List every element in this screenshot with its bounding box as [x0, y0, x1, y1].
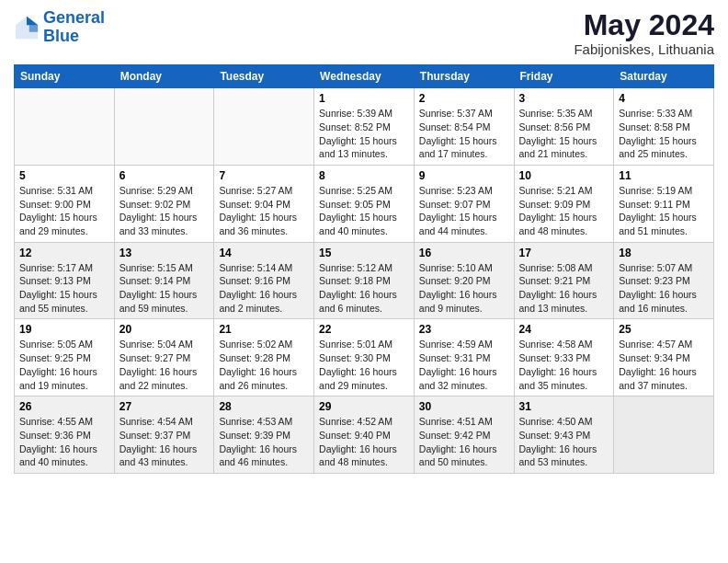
table-row: 28Sunrise: 4:53 AMSunset: 9:39 PMDayligh… — [214, 396, 314, 474]
day-number: 12 — [19, 247, 109, 259]
day-info: Sunrise: 5:14 AMSunset: 9:16 PMDaylight:… — [219, 261, 309, 316]
day-number: 26 — [19, 400, 109, 413]
table-row: 18Sunrise: 5:07 AMSunset: 9:23 PMDayligh… — [614, 242, 714, 319]
calendar-week-row: 1Sunrise: 5:39 AMSunset: 8:52 PMDaylight… — [15, 88, 714, 166]
day-number: 4 — [619, 92, 709, 105]
day-info: Sunrise: 5:07 AMSunset: 9:23 PMDaylight:… — [619, 261, 709, 316]
table-row: 8Sunrise: 5:25 AMSunset: 9:05 PMDaylight… — [314, 165, 415, 242]
table-row: 25Sunrise: 4:57 AMSunset: 9:34 PMDayligh… — [614, 319, 714, 396]
day-number: 22 — [319, 323, 409, 336]
table-row: 30Sunrise: 4:51 AMSunset: 9:42 PMDayligh… — [414, 396, 514, 474]
table-row: 27Sunrise: 4:54 AMSunset: 9:37 PMDayligh… — [114, 396, 214, 474]
table-row: 2Sunrise: 5:37 AMSunset: 8:54 PMDaylight… — [414, 88, 514, 166]
logo-icon — [14, 15, 40, 40]
col-thursday: Thursday — [414, 65, 514, 88]
day-number: 1 — [319, 92, 409, 105]
calendar-week-row: 5Sunrise: 5:31 AMSunset: 9:00 PMDaylight… — [15, 165, 714, 242]
day-info: Sunrise: 4:58 AMSunset: 9:33 PMDaylight:… — [519, 338, 609, 392]
day-number: 19 — [19, 323, 109, 336]
day-info: Sunrise: 5:31 AMSunset: 9:00 PMDaylight:… — [19, 184, 109, 238]
logo: General Blue — [14, 9, 105, 46]
day-info: Sunrise: 5:33 AMSunset: 8:58 PMDaylight:… — [619, 107, 709, 161]
day-info: Sunrise: 5:27 AMSunset: 9:04 PMDaylight:… — [219, 184, 309, 238]
day-info: Sunrise: 5:37 AMSunset: 8:54 PMDaylight:… — [419, 107, 509, 161]
day-info: Sunrise: 5:12 AMSunset: 9:18 PMDaylight:… — [319, 261, 409, 316]
table-row: 31Sunrise: 4:50 AMSunset: 9:43 PMDayligh… — [514, 396, 614, 474]
day-info: Sunrise: 4:57 AMSunset: 9:34 PMDaylight:… — [619, 338, 709, 392]
day-number: 29 — [319, 400, 409, 413]
day-number: 20 — [119, 323, 210, 336]
day-number: 30 — [419, 400, 509, 413]
day-info: Sunrise: 5:02 AMSunset: 9:28 PMDaylight:… — [219, 338, 309, 392]
table-row: 23Sunrise: 4:59 AMSunset: 9:31 PMDayligh… — [414, 319, 514, 396]
day-number: 24 — [519, 323, 609, 336]
logo-line1: General — [43, 8, 105, 27]
table-row: 15Sunrise: 5:12 AMSunset: 9:18 PMDayligh… — [314, 242, 415, 319]
calendar-table: Sunday Monday Tuesday Wednesday Thursday… — [14, 64, 714, 474]
day-info: Sunrise: 5:01 AMSunset: 9:30 PMDaylight:… — [319, 338, 409, 392]
table-row: 12Sunrise: 5:17 AMSunset: 9:13 PMDayligh… — [15, 242, 115, 319]
page-container: General Blue May 2024 Fabijoniskes, Lith… — [0, 0, 728, 483]
day-number: 17 — [519, 247, 609, 259]
logo-line2: Blue — [43, 27, 79, 45]
table-row: 19Sunrise: 5:05 AMSunset: 9:25 PMDayligh… — [15, 319, 115, 396]
header: General Blue May 2024 Fabijoniskes, Lith… — [14, 9, 714, 57]
calendar-week-row: 12Sunrise: 5:17 AMSunset: 9:13 PMDayligh… — [15, 242, 714, 319]
day-number: 31 — [519, 400, 609, 413]
day-info: Sunrise: 5:04 AMSunset: 9:27 PMDaylight:… — [119, 338, 210, 392]
day-number: 15 — [319, 247, 409, 259]
table-row: 26Sunrise: 4:55 AMSunset: 9:36 PMDayligh… — [15, 396, 115, 474]
day-info: Sunrise: 4:53 AMSunset: 9:39 PMDaylight:… — [219, 415, 309, 469]
day-info: Sunrise: 4:52 AMSunset: 9:40 PMDaylight:… — [319, 415, 409, 469]
day-number: 2 — [419, 92, 509, 105]
day-number: 6 — [119, 169, 210, 182]
table-row — [214, 88, 314, 166]
location: Fabijoniskes, Lithuania — [574, 41, 714, 57]
table-row: 17Sunrise: 5:08 AMSunset: 9:21 PMDayligh… — [514, 242, 614, 319]
day-info: Sunrise: 4:54 AMSunset: 9:37 PMDaylight:… — [119, 415, 210, 469]
table-row: 6Sunrise: 5:29 AMSunset: 9:02 PMDaylight… — [114, 165, 214, 242]
table-row: 11Sunrise: 5:19 AMSunset: 9:11 PMDayligh… — [614, 165, 714, 242]
col-friday: Friday — [514, 65, 614, 88]
day-info: Sunrise: 4:50 AMSunset: 9:43 PMDaylight:… — [519, 415, 609, 469]
table-row: 1Sunrise: 5:39 AMSunset: 8:52 PMDaylight… — [314, 88, 415, 166]
day-info: Sunrise: 5:19 AMSunset: 9:11 PMDaylight:… — [619, 184, 709, 238]
table-row: 13Sunrise: 5:15 AMSunset: 9:14 PMDayligh… — [114, 242, 214, 319]
table-row: 10Sunrise: 5:21 AMSunset: 9:09 PMDayligh… — [514, 165, 614, 242]
day-info: Sunrise: 5:21 AMSunset: 9:09 PMDaylight:… — [519, 184, 609, 238]
col-monday: Monday — [114, 65, 214, 88]
col-sunday: Sunday — [15, 65, 115, 88]
day-number: 11 — [619, 169, 709, 182]
table-row: 16Sunrise: 5:10 AMSunset: 9:20 PMDayligh… — [414, 242, 514, 319]
table-row: 24Sunrise: 4:58 AMSunset: 9:33 PMDayligh… — [514, 319, 614, 396]
day-number: 14 — [219, 247, 309, 259]
day-number: 10 — [519, 169, 609, 182]
day-number: 21 — [219, 323, 309, 336]
calendar-week-row: 19Sunrise: 5:05 AMSunset: 9:25 PMDayligh… — [15, 319, 714, 396]
col-tuesday: Tuesday — [214, 65, 314, 88]
table-row: 4Sunrise: 5:33 AMSunset: 8:58 PMDaylight… — [614, 88, 714, 166]
svg-marker-2 — [27, 17, 38, 25]
table-row: 21Sunrise: 5:02 AMSunset: 9:28 PMDayligh… — [214, 319, 314, 396]
table-row: 29Sunrise: 4:52 AMSunset: 9:40 PMDayligh… — [314, 396, 415, 474]
table-row: 5Sunrise: 5:31 AMSunset: 9:00 PMDaylight… — [15, 165, 115, 242]
month-year: May 2024 — [574, 9, 714, 41]
day-number: 8 — [319, 169, 409, 182]
day-info: Sunrise: 5:35 AMSunset: 8:56 PMDaylight:… — [519, 107, 609, 161]
table-row — [614, 396, 714, 474]
table-row — [114, 88, 214, 166]
logo-text: General Blue — [43, 9, 105, 46]
day-number: 23 — [419, 323, 509, 336]
day-number: 25 — [619, 323, 709, 336]
day-info: Sunrise: 5:25 AMSunset: 9:05 PMDaylight:… — [319, 184, 409, 238]
day-info: Sunrise: 5:05 AMSunset: 9:25 PMDaylight:… — [19, 338, 109, 392]
day-info: Sunrise: 5:10 AMSunset: 9:20 PMDaylight:… — [419, 261, 509, 316]
day-info: Sunrise: 5:39 AMSunset: 8:52 PMDaylight:… — [319, 107, 409, 161]
day-number: 5 — [19, 169, 109, 182]
col-wednesday: Wednesday — [314, 65, 415, 88]
day-info: Sunrise: 4:59 AMSunset: 9:31 PMDaylight:… — [419, 338, 509, 392]
table-row — [15, 88, 115, 166]
table-row: 22Sunrise: 5:01 AMSunset: 9:30 PMDayligh… — [314, 319, 415, 396]
day-number: 3 — [519, 92, 609, 105]
day-number: 13 — [119, 247, 210, 259]
